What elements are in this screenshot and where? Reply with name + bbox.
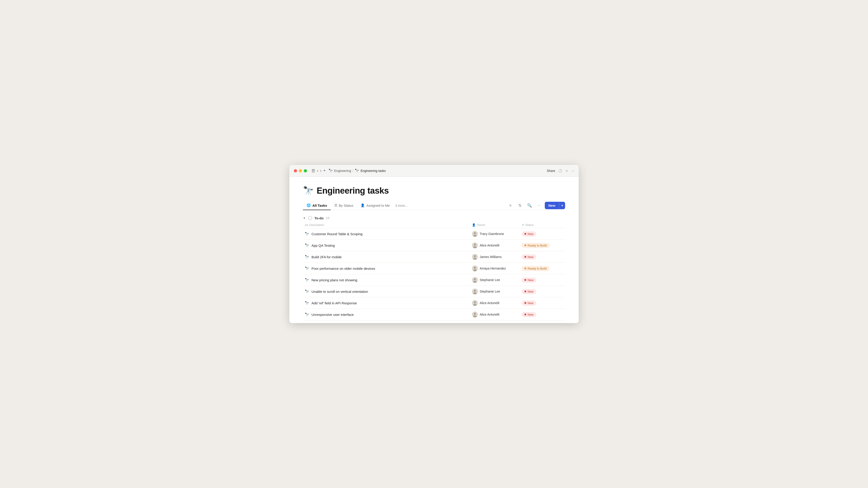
status-text: New: [528, 232, 533, 236]
svg-point-1: [474, 232, 476, 234]
task-name: Add 'ref' field in API Response: [311, 301, 357, 305]
table-row[interactable]: 🔭 Poor performance on older mobile devic…: [303, 263, 565, 274]
by-status-label: By Status: [339, 203, 353, 207]
assigned-label: Assigned to Me: [366, 203, 390, 207]
traffic-light-red[interactable]: [294, 169, 297, 172]
col-owner-label: Owner: [477, 223, 485, 227]
task-icon: 🔭: [305, 232, 309, 236]
table-row[interactable]: 🔭 New pricing plans not showing Stephani…: [303, 274, 565, 286]
page-title-row: 🔭 Engineering tasks: [303, 186, 565, 196]
task-icon: 🔭: [305, 313, 309, 317]
col-description-label: Description: [309, 223, 324, 227]
task-name-cell: 🔭 Unable to scroll on vertical orientati…: [303, 287, 470, 296]
status-badge: New: [522, 312, 536, 317]
col-status-icon: ✦: [522, 223, 524, 227]
tab-assigned-to-me[interactable]: 👤 Assigned to Me: [357, 201, 393, 210]
col-description: Aa Description: [303, 223, 470, 227]
status-dot-icon: [524, 314, 526, 315]
svg-point-16: [474, 290, 476, 292]
todo-circle-icon: [308, 216, 312, 220]
breadcrumb-parent[interactable]: Engineering: [334, 169, 351, 173]
new-button-arrow[interactable]: ▾: [559, 202, 565, 209]
col-owner: 👤 Owner: [470, 223, 520, 227]
table-row[interactable]: 🔭 App QA Testing Alice Antonelli Ready t…: [303, 240, 565, 251]
breadcrumb: 🔭 Engineering / 🔭 Engineering tasks: [329, 168, 544, 173]
traffic-light-yellow[interactable]: [299, 169, 302, 172]
more-actions-icon[interactable]: ···: [571, 169, 574, 173]
avatar: [472, 242, 478, 248]
avatar: [472, 265, 478, 271]
forward-icon[interactable]: ›: [320, 168, 321, 173]
task-list: 🔭 Customer Round Table & Scoping Tracy G…: [303, 228, 565, 320]
col-status-label: Status: [525, 223, 534, 227]
share-button[interactable]: Share: [547, 169, 555, 173]
status-dot-icon: [524, 267, 526, 269]
table-row[interactable]: 🔭 Unable to scroll on vertical orientati…: [303, 286, 565, 297]
avatar: [472, 277, 478, 283]
task-owner-cell: Alice Antonelli: [470, 240, 520, 251]
task-name-cell: 🔭 Unresponsive user interface: [303, 310, 470, 320]
title-bar-right: Share 🕐 ☆ ···: [547, 169, 574, 173]
section-header[interactable]: ▼ To-do 18: [303, 214, 565, 222]
status-text: New: [528, 313, 533, 316]
task-icon: 🔭: [305, 266, 309, 271]
svg-point-19: [474, 301, 476, 303]
browser-window: ☰ ‹ › + 🔭 Engineering / 🔭 Engineering ta…: [289, 165, 579, 323]
task-icon: 🔭: [305, 243, 309, 248]
table-row[interactable]: 🔭 Add 'ref' field in API Response Alice …: [303, 297, 565, 309]
task-icon: 🔭: [305, 278, 309, 282]
status-badge: New: [522, 289, 536, 294]
table-row[interactable]: 🔭 Unresponsive user interface Alice Anto…: [303, 309, 565, 320]
breadcrumb-current-icon: 🔭: [355, 168, 359, 173]
status-dot-icon: [524, 245, 526, 246]
status-text: New: [528, 290, 533, 293]
task-name: Build 2FA for mobile: [311, 255, 342, 259]
assigned-icon: 👤: [361, 203, 365, 207]
nav-icons: ☰ ‹ › +: [311, 168, 326, 173]
new-button[interactable]: New ▾: [545, 202, 565, 209]
owner-name: Stephanie Lee: [480, 278, 500, 282]
more-tabs[interactable]: 3 more...: [393, 201, 409, 210]
avatar: [472, 231, 478, 237]
table-section: ▼ To-do 18 Aa Description 👤 Owner ✦ Stat…: [303, 214, 565, 320]
task-status-cell: New: [520, 252, 565, 262]
history-icon[interactable]: 🕐: [558, 169, 562, 173]
task-status-cell: New: [520, 286, 565, 297]
section-count: 18: [326, 216, 329, 220]
task-name-cell: 🔭 Build 2FA for mobile: [303, 252, 470, 262]
task-owner-cell: Alice Antonelli: [470, 309, 520, 320]
more-toolbar-button[interactable]: ···: [535, 202, 542, 209]
status-badge: Ready to Build: [522, 243, 550, 248]
status-text: New: [528, 255, 533, 259]
col-status: ✦ Status: [520, 223, 565, 227]
more-toolbar-icon: ···: [537, 203, 540, 208]
page-content: 🔭 Engineering tasks 🌐 All Tasks ☰ By Sta…: [289, 177, 579, 320]
filter-button[interactable]: ≡: [507, 202, 514, 209]
sort-icon: ⇅: [518, 203, 522, 208]
task-icon: 🔭: [305, 255, 309, 259]
sort-button[interactable]: ⇅: [516, 202, 524, 209]
task-name: Unable to scroll on vertical orientation: [311, 290, 368, 293]
table-row[interactable]: 🔭 Customer Round Table & Scoping Tracy G…: [303, 228, 565, 240]
status-text: Ready to Build: [528, 267, 547, 270]
svg-point-10: [474, 267, 476, 269]
traffic-light-green[interactable]: [304, 169, 307, 172]
breadcrumb-current[interactable]: Engineering tasks: [361, 169, 385, 173]
svg-point-7: [474, 255, 476, 257]
owner-name: Alice Antonelli: [480, 313, 499, 316]
star-icon[interactable]: ☆: [565, 169, 568, 173]
add-icon[interactable]: +: [323, 168, 326, 173]
status-dot-icon: [524, 291, 526, 292]
tab-by-status[interactable]: ☰ By Status: [331, 201, 357, 210]
task-name: Unresponsive user interface: [311, 313, 354, 317]
table-row[interactable]: 🔭 Build 2FA for mobile James Williams Ne…: [303, 251, 565, 263]
search-button[interactable]: 🔍: [526, 202, 533, 209]
back-icon[interactable]: ‹: [317, 168, 318, 173]
status-text: New: [528, 301, 533, 305]
status-text: New: [528, 278, 533, 282]
svg-point-22: [474, 313, 476, 315]
tab-all-tasks[interactable]: 🌐 All Tasks: [303, 201, 331, 210]
task-status-cell: Ready to Build: [520, 263, 565, 274]
col-owner-icon: 👤: [472, 223, 475, 227]
menu-icon[interactable]: ☰: [311, 168, 315, 173]
